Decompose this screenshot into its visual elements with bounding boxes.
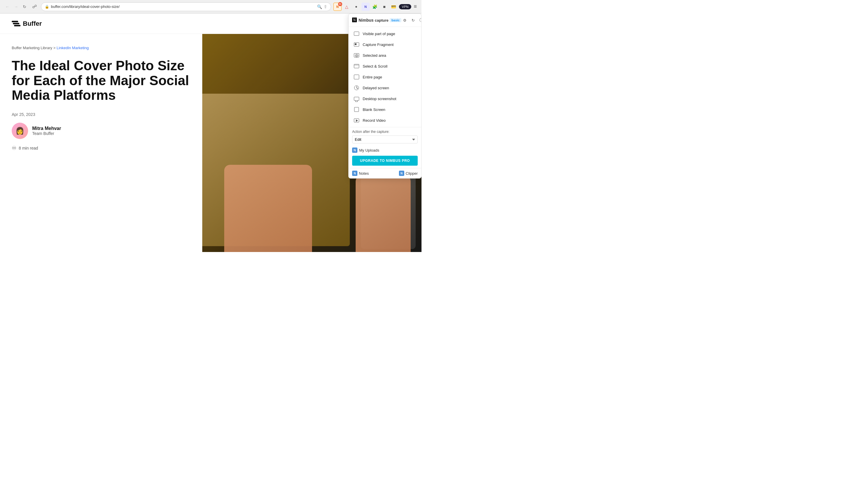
lock-icon: 🔒 xyxy=(45,5,49,9)
clipper-n-icon: N xyxy=(399,170,404,176)
sidebar-icon[interactable]: ■ xyxy=(380,3,389,11)
alert-ext-icon[interactable]: △ xyxy=(343,3,351,11)
clock-icon xyxy=(353,85,360,91)
reload-button[interactable]: ↻ xyxy=(21,3,28,10)
video-icon xyxy=(353,117,360,124)
wallet-icon[interactable]: 💳 xyxy=(390,3,398,11)
back-button[interactable]: ← xyxy=(3,3,11,10)
nimbus-item-label-record-video: Record Video xyxy=(363,118,386,123)
breadcrumb-parent: Buffer Marketing Library xyxy=(12,46,52,50)
icon-desktop-shape xyxy=(354,97,359,101)
settings-button[interactable]: ⚙ xyxy=(401,17,408,24)
nimbus-item-label-blank-screen: Blank Screen xyxy=(363,107,385,112)
scroll-icon xyxy=(353,63,360,69)
nimbus-uploads-icon: N xyxy=(352,147,357,153)
upgrade-button[interactable]: UPGRADE TO NIMBUS PRO xyxy=(352,156,418,166)
entire-page-icon xyxy=(353,74,360,80)
nimbus-ext-icon[interactable]: N 31 xyxy=(334,3,342,11)
read-time: ♾ 8 min read xyxy=(12,145,191,151)
badge-count: 31 xyxy=(338,2,342,6)
nimbus-item-label-desktop-screenshot: Desktop screenshot xyxy=(363,96,396,101)
nimbus-uploads[interactable]: N My Uploads xyxy=(348,146,421,155)
icon-fragment-box xyxy=(354,42,359,47)
nimbus-menu: Visible part of page Capture Fragment ⨁ … xyxy=(348,27,421,127)
buffer-logo: Buffer xyxy=(12,20,42,28)
nimbus-item-record-video[interactable]: Record Video xyxy=(350,115,420,126)
nimbus-item-blank-screen[interactable]: Blank Screen xyxy=(350,104,420,115)
upgrade-label: UPGRADE TO NIMBUS PRO xyxy=(360,159,410,163)
breadcrumb-separator: > xyxy=(53,46,56,50)
logo-text: Buffer xyxy=(23,20,42,28)
nimbus-n-text: Nimbus xyxy=(359,18,374,22)
ext3-icon[interactable]: ● xyxy=(352,3,360,11)
nimbus-item-label-visible-page: Visible part of page xyxy=(363,32,395,36)
infinity-icon: ♾ xyxy=(12,145,16,151)
buffer-logo-icon xyxy=(12,21,20,26)
bookmark-button[interactable]: ☍ xyxy=(31,3,39,11)
forward-button[interactable]: → xyxy=(12,3,20,10)
crosshair-icon: ⨁ xyxy=(355,54,358,57)
logo-line-3 xyxy=(14,25,20,26)
nimbus-item-desktop-screenshot[interactable]: Desktop screenshot xyxy=(350,93,420,104)
nimbus-item-select-scroll[interactable]: Select & Scroll xyxy=(350,61,420,71)
puzzle-icon[interactable]: 🧩 xyxy=(371,3,379,11)
browser-chrome: ← → ↻ ☍ 🔒 buffer.com/library/ideal-cover… xyxy=(0,0,422,14)
notes-label: Notes xyxy=(359,171,369,176)
browser-menu-button[interactable]: ≡ xyxy=(412,2,418,11)
nimbus-item-entire-page[interactable]: Entire page xyxy=(350,72,420,82)
icon-video-shape xyxy=(354,119,359,122)
icon-clock-shape xyxy=(354,86,359,90)
nimbus-action-select[interactable]: Edit Save Copy Upload xyxy=(352,136,418,143)
clipper-label: Clipper xyxy=(406,171,418,176)
breadcrumb-current[interactable]: LinkedIn Marketing xyxy=(56,46,89,50)
refresh-button[interactable]: ↻ xyxy=(410,17,416,24)
nimbus-item-label-selected-area: Selected area xyxy=(363,53,386,58)
nav-buttons: ← → ↻ xyxy=(3,3,28,10)
article-date: Apr 25, 2023 xyxy=(12,112,191,117)
author-avatar: 👩 xyxy=(12,123,28,139)
nimbus-action-label: Action after the capture: xyxy=(352,130,418,134)
hero-hand-right xyxy=(356,176,410,252)
clipper-button[interactable]: N Clipper xyxy=(399,170,418,176)
blank-icon xyxy=(353,106,360,113)
icon-selected-box: ⨁ xyxy=(354,53,359,57)
nimbus-basic-badge: basic xyxy=(390,18,401,22)
nimbus-footer: N Notes N Clipper xyxy=(348,168,421,178)
share-icon: ⇧ xyxy=(324,4,327,9)
nimbus-capture-text: capture xyxy=(375,18,389,22)
nimbus-header-actions: ⚙ ↻ ⓘ xyxy=(401,17,422,24)
nimbus-popup: 🅽 Nimbus capture basic ⚙ ↻ ⓘ Visible par… xyxy=(348,14,422,179)
icon-scroll-box xyxy=(354,64,359,68)
address-bar[interactable]: 🔒 buffer.com/library/ideal-cover-photo-s… xyxy=(41,2,331,11)
breadcrumb: Buffer Marketing Library > LinkedIn Mark… xyxy=(12,46,191,50)
article-left: Buffer Marketing Library > LinkedIn Mark… xyxy=(0,34,202,252)
nimbus-item-label-entire-page: Entire page xyxy=(363,75,382,79)
logo-line-2 xyxy=(13,23,19,24)
author-title: Team Buffer xyxy=(32,131,61,136)
article-title: The Ideal Cover Photo Size for Each of t… xyxy=(12,58,191,103)
vpn-button[interactable]: VPN xyxy=(399,4,412,10)
nimbus-item-visible-page[interactable]: Visible part of page xyxy=(350,29,420,39)
nimbus-item-delayed-screen[interactable]: Delayed screen xyxy=(350,83,420,93)
icon-box-visible xyxy=(354,32,359,36)
nimbus-item-selected-area[interactable]: ⨁ Selected area xyxy=(350,50,420,60)
nimbus-item-label-select-scroll: Select & Scroll xyxy=(363,64,388,69)
fragment-icon xyxy=(353,41,360,48)
nimbus-logo-symbol: 🅽 xyxy=(352,18,357,23)
logo-line-1 xyxy=(12,21,18,22)
author-name: Mitra Mehvar xyxy=(32,126,61,131)
help-button[interactable]: ⓘ xyxy=(418,17,422,24)
notes-button[interactable]: N Notes xyxy=(352,170,369,176)
notes-n-icon: N xyxy=(352,170,357,176)
monitor-icon xyxy=(353,31,360,37)
icon-blank-shape xyxy=(354,107,359,112)
nimbus-item-label-capture-fragment: Capture Fragment xyxy=(363,42,394,47)
search-icon: 🔍 xyxy=(317,4,322,9)
author-info: Mitra Mehvar Team Buffer xyxy=(32,126,61,136)
nimbus-action-section: Action after the capture: Edit Save Copy… xyxy=(348,127,421,146)
url-display: buffer.com/library/ideal-cover-photo-siz… xyxy=(51,4,315,9)
nimbus-item-capture-fragment[interactable]: Capture Fragment xyxy=(350,39,420,50)
nimbus-logo-area: 🅽 Nimbus capture basic xyxy=(352,18,401,23)
read-time-label: 8 min read xyxy=(19,146,38,150)
nimbus-n-ext-icon[interactable]: N xyxy=(361,3,370,11)
